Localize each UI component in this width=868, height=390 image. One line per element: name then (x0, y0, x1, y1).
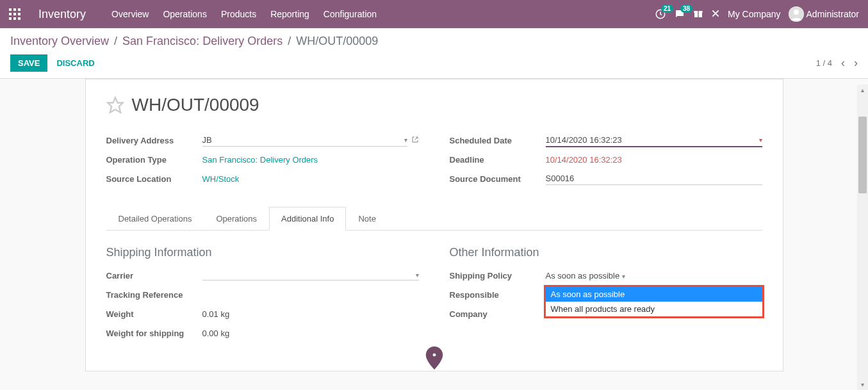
star-icon[interactable] (106, 96, 124, 114)
label-source-location: Source Location (106, 174, 202, 184)
tab-note[interactable]: Note (346, 207, 388, 231)
label-carrier: Carrier (106, 271, 202, 280)
nav-links: Overview Operations Products Reporting C… (111, 9, 377, 19)
field-delivery-address[interactable]: JB ▾ (202, 134, 407, 147)
chevron-down-icon[interactable]: ▾ (404, 136, 407, 143)
value-weight-shipping: 0.00 kg (202, 329, 419, 338)
save-button[interactable]: SAVE (10, 54, 47, 72)
label-weight-shipping: Weight for shipping (106, 329, 202, 338)
nav-link-reporting[interactable]: Reporting (270, 9, 309, 19)
value-delivery-address: JB (202, 135, 212, 145)
avatar-icon (789, 6, 804, 22)
location-marker-icon[interactable] (425, 346, 444, 372)
row-source-location: Source Location WH/Stock (106, 172, 419, 186)
row-source-document: Source Document S00016 (450, 172, 762, 186)
value-operation-type[interactable]: San Francisco: Delivery Orders (202, 155, 419, 165)
cross-icon[interactable] (711, 9, 720, 20)
chevron-down-icon[interactable]: ▾ (759, 136, 762, 143)
dropdown-option-0[interactable]: As soon as possible (546, 287, 762, 302)
tab-operations[interactable]: Operations (204, 207, 269, 231)
label-delivery-address: Delivery Address (106, 136, 202, 145)
tab-content: Shipping Information Carrier ▾ Tracking … (106, 231, 762, 345)
label-company: Company (450, 309, 546, 319)
tab-additional-info[interactable]: Additional Info (269, 207, 346, 231)
tab-detailed-operations[interactable]: Detailed Operations (106, 207, 204, 231)
value-deadline: 10/14/2020 16:32:23 (546, 155, 762, 165)
label-deadline: Deadline (450, 155, 546, 165)
pager-text[interactable]: 1 / 4 (816, 58, 832, 68)
nav-right: 21 38 My Company Administrator (655, 6, 859, 22)
row-weight-shipping: Weight for shipping 0.00 kg (106, 326, 419, 340)
pager-next-icon[interactable]: › (854, 56, 858, 70)
sheet-container: WH/OUT/00009 Delivery Address JB ▾ Opera… (0, 79, 868, 384)
svg-marker-6 (108, 97, 122, 112)
row-operation-type: Operation Type San Francisco: Delivery O… (106, 152, 419, 167)
breadcrumb-item-0[interactable]: Inventory Overview (10, 35, 109, 48)
form-sheet: WH/OUT/00009 Delivery Address JB ▾ Opera… (85, 79, 783, 371)
label-source-document: Source Document (450, 174, 546, 184)
field-scheduled-date[interactable]: 10/14/2020 16:32:23 ▾ (546, 134, 762, 147)
section-other-info: Other Information Shipping Policy As soo… (450, 246, 762, 345)
app-brand[interactable]: Inventory (38, 8, 86, 21)
scroll-down-icon[interactable]: ▾ (857, 379, 868, 390)
row-shipping-policy: Shipping Policy As soon as possible ▾ As… (450, 268, 762, 282)
breadcrumb-item-1[interactable]: San Francisco: Delivery Orders (122, 35, 283, 48)
top-navbar: Inventory Overview Operations Products R… (0, 0, 868, 28)
scrollbar[interactable]: ▴ ▾ (857, 85, 868, 390)
nav-link-operations[interactable]: Operations (163, 9, 206, 19)
value-source-location[interactable]: WH/Stock (202, 174, 419, 184)
nav-link-overview[interactable]: Overview (111, 9, 149, 19)
user-menu[interactable]: Administrator (789, 6, 859, 22)
label-responsible: Responsible (450, 290, 546, 300)
row-carrier: Carrier ▾ (106, 268, 419, 282)
record-title: WH/OUT/00009 (132, 95, 259, 115)
actions-row: SAVE DISCARD 1 / 4 ‹ › (10, 54, 858, 72)
value-weight: 0.01 kg (202, 309, 419, 319)
chevron-down-icon[interactable]: ▾ (622, 273, 625, 280)
nav-link-configuration[interactable]: Configuration (323, 9, 377, 19)
scroll-up-icon[interactable]: ▴ (857, 85, 868, 95)
scroll-thumb[interactable] (858, 117, 867, 193)
messages-icon[interactable]: 38 (674, 8, 685, 20)
row-tracking-ref: Tracking Reference (106, 288, 419, 302)
dropdown-option-1[interactable]: When all products are ready (546, 302, 762, 316)
form-col-right: Scheduled Date 10/14/2020 16:32:23 ▾ Dea… (450, 133, 762, 191)
label-tracking-ref: Tracking Reference (106, 290, 202, 300)
apps-icon[interactable] (9, 8, 20, 20)
tabs: Detailed Operations Operations Additiona… (106, 206, 762, 231)
pager-prev-icon[interactable]: ‹ (841, 56, 845, 70)
field-shipping-policy[interactable]: As soon as possible ▾ As soon as possibl… (546, 271, 762, 280)
gift-icon[interactable] (693, 8, 703, 20)
label-weight: Weight (106, 309, 202, 319)
nav-link-products[interactable]: Products (221, 9, 256, 19)
field-carrier[interactable]: ▾ (202, 270, 419, 280)
breadcrumb-sep: / (288, 35, 291, 48)
chevron-down-icon[interactable]: ▾ (416, 272, 419, 279)
breadcrumb-current: WH/OUT/00009 (296, 35, 378, 48)
value-scheduled-date: 10/14/2020 16:32:23 (546, 135, 622, 145)
svg-rect-3 (698, 11, 698, 17)
row-scheduled-date: Scheduled Date 10/14/2020 16:32:23 ▾ (450, 133, 762, 147)
company-name[interactable]: My Company (728, 9, 780, 19)
form-col-left: Delivery Address JB ▾ Operation Type San… (106, 133, 419, 191)
label-scheduled-date: Scheduled Date (450, 136, 546, 145)
activity-count: 21 (661, 4, 673, 13)
svg-point-7 (432, 353, 436, 357)
form-grid: Delivery Address JB ▾ Operation Type San… (106, 133, 762, 191)
section-shipping-info: Shipping Information Carrier ▾ Tracking … (106, 246, 419, 345)
title-other-info: Other Information (450, 246, 762, 259)
control-row: Inventory Overview / San Francisco: Deli… (0, 28, 868, 79)
user-name: Administrator (807, 9, 859, 19)
label-operation-type: Operation Type (106, 155, 202, 165)
external-link-icon[interactable] (411, 134, 419, 146)
row-weight: Weight 0.01 kg (106, 307, 419, 321)
pager: 1 / 4 ‹ › (816, 56, 858, 70)
value-source-document: S00016 (546, 174, 575, 183)
field-source-document[interactable]: S00016 (546, 172, 762, 185)
activity-icon[interactable]: 21 (655, 8, 666, 20)
breadcrumb: Inventory Overview / San Francisco: Deli… (10, 35, 858, 48)
discard-button[interactable]: DISCARD (56, 58, 94, 68)
shipping-policy-dropdown: As soon as possible When all products ar… (544, 285, 764, 318)
title-row: WH/OUT/00009 (106, 95, 762, 115)
label-shipping-policy: Shipping Policy (450, 271, 546, 280)
